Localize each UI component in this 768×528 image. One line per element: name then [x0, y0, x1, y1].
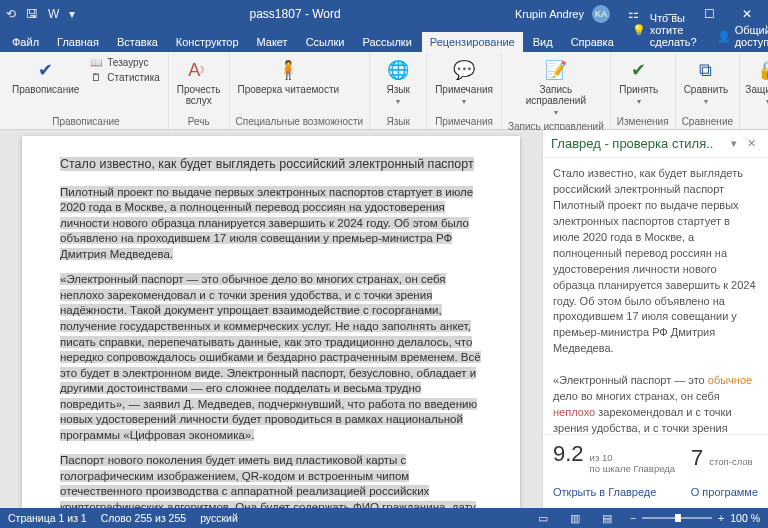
track-changes-icon: 📝 [542, 58, 570, 82]
thesaurus-icon: 📖 [89, 57, 103, 68]
group-language: 🌐 Язык Язык [370, 54, 427, 129]
accept-label: Принять [619, 84, 658, 95]
share-label: Общий доступ [735, 24, 768, 48]
page[interactable]: Стало известно, как будет выглядеть росс… [22, 136, 520, 508]
group-language-label: Язык [376, 114, 420, 129]
window-title: pass1807 - Word [83, 7, 507, 21]
status-page[interactable]: Страница 1 из 1 [8, 512, 87, 524]
accessibility-button[interactable]: 🧍 Проверка читаемости [236, 56, 342, 97]
comments-button[interactable]: 💬 Примечания [433, 56, 495, 108]
thesaurus-label: Тезаурус [107, 57, 148, 68]
spellcheck-button[interactable]: ✔ Правописание [10, 56, 81, 97]
stopwords-label: стоп-слов [709, 457, 752, 467]
stats-label: Статистика [107, 72, 160, 83]
ribbon: ✔ Правописание 📖Тезаурус 🗒Статистика Пра… [0, 52, 768, 130]
autosave-icon[interactable]: ⟲ [6, 7, 16, 21]
paragraph-2: «Электронный паспорт — это обычное дело … [60, 272, 482, 443]
comment-icon: 💬 [450, 58, 478, 82]
doc-title: Стало известно, как будет выглядеть росс… [60, 156, 482, 173]
group-compare-label: Сравнение [682, 114, 733, 129]
save-icon[interactable]: 🖫 [26, 7, 38, 21]
glavred-pane: Главред - проверка стиля.. ▾ ✕ Стало изв… [542, 130, 768, 508]
zoom-slider[interactable] [642, 517, 712, 519]
group-comments: 💬 Примечания Примечания [427, 54, 502, 129]
avatar[interactable]: KA [592, 5, 610, 23]
paragraph-1: Пилотный проект по выдаче первых электро… [60, 185, 482, 263]
tell-me-label: Что вы хотите сделать? [650, 12, 697, 48]
group-accessibility-label: Специальные возможности [236, 114, 364, 129]
close-button[interactable]: ✕ [732, 7, 762, 21]
pane-title: Главред - проверка стиля.. [551, 136, 725, 151]
group-speech: A》 Прочесть вслух Речь [169, 54, 230, 129]
lightbulb-icon: 💡 [632, 24, 646, 37]
status-language[interactable]: русский [200, 512, 238, 524]
compare-button[interactable]: ⧉ Сравнить [682, 56, 731, 108]
view-print-icon[interactable]: ▥ [566, 512, 584, 524]
share-button[interactable]: 👤Общий доступ [709, 20, 768, 52]
tab-mailings[interactable]: Рассылки [354, 32, 419, 52]
open-in-glavred-link[interactable]: Открыть в Главреде [553, 486, 656, 498]
ribbon-tabs: Файл Главная Вставка Конструктор Макет С… [0, 28, 768, 52]
tab-insert[interactable]: Вставка [109, 32, 166, 52]
group-accessibility: 🧍 Проверка читаемости Специальные возмож… [230, 54, 371, 129]
protect-label: Защитить [745, 84, 768, 95]
tab-references[interactable]: Ссылки [298, 32, 353, 52]
about-link[interactable]: О программе [691, 486, 758, 498]
group-proofing-label: Правописание [10, 114, 162, 129]
compare-label: Сравнить [684, 84, 729, 95]
accept-button[interactable]: ✔ Принять [617, 56, 661, 108]
paragraph-3: Паспорт нового поколения будет иметь вид… [60, 453, 482, 508]
track-changes-button[interactable]: 📝 Запись исправлений [508, 56, 604, 119]
zoom-control[interactable]: − + 100 % [630, 512, 760, 524]
pane-close-button[interactable]: ✕ [743, 137, 760, 150]
pane-body[interactable]: Стало известно, как будет выглядеть росс… [543, 158, 768, 434]
pane-text-2b: дело во многих странах, он себя [553, 390, 720, 402]
pane-dropdown-icon[interactable]: ▾ [725, 137, 743, 150]
group-proofing: ✔ Правописание 📖Тезаурус 🗒Статистика Пра… [4, 54, 169, 129]
zoom-out-button[interactable]: − [630, 512, 636, 524]
qat-more-icon[interactable]: ▾ [69, 7, 75, 21]
group-comments-label: Примечания [433, 114, 495, 129]
user-name[interactable]: Krupin Andrey [515, 8, 584, 20]
tab-review[interactable]: Рецензирование [422, 32, 523, 52]
protect-button[interactable]: 🔒 Защитить [746, 56, 768, 108]
spellcheck-label: Правописание [12, 84, 79, 95]
tab-home[interactable]: Главная [49, 32, 107, 52]
view-web-icon[interactable]: ▤ [598, 512, 616, 524]
tab-help[interactable]: Справка [563, 32, 622, 52]
pane-highlight-1[interactable]: обычное [708, 374, 752, 386]
score-max: из 10 [590, 452, 613, 463]
status-bar: Страница 1 из 1 Слово 255 из 255 русский… [0, 508, 768, 528]
tab-view[interactable]: Вид [525, 32, 561, 52]
spellcheck-icon: ✔ [32, 58, 60, 82]
read-aloud-label: Прочесть вслух [177, 84, 221, 106]
document-area[interactable]: Стало известно, как будет выглядеть росс… [0, 130, 542, 508]
pane-highlight-2[interactable]: неплохо [553, 406, 595, 418]
language-label: Язык [386, 84, 409, 95]
tell-me[interactable]: 💡Что вы хотите сделать? [624, 8, 705, 52]
view-read-icon[interactable]: ▭ [534, 512, 552, 524]
group-changes: ✔ Принять Изменения [611, 54, 676, 129]
thesaurus-button[interactable]: 📖Тезаурус [87, 56, 162, 69]
score-value: 9.2 [553, 441, 584, 467]
group-changes-label: Изменения [617, 114, 669, 129]
word-count-button[interactable]: 🗒Статистика [87, 71, 162, 84]
tab-layout[interactable]: Макет [249, 32, 296, 52]
zoom-value[interactable]: 100 % [730, 512, 760, 524]
group-speech-label: Речь [175, 114, 223, 129]
zoom-in-button[interactable]: + [718, 512, 724, 524]
group-tracking: 📝 Запись исправлений Запись исправлений [502, 54, 611, 129]
pane-text-2a: «Электронный паспорт — это [553, 374, 708, 386]
workspace: Стало известно, как будет выглядеть росс… [0, 130, 768, 508]
score-scale: по шкале Главреда [590, 463, 675, 474]
compare-icon: ⧉ [692, 58, 720, 82]
accessibility-label: Проверка читаемости [238, 84, 340, 95]
language-button[interactable]: 🌐 Язык [376, 56, 420, 108]
lock-icon: 🔒 [754, 58, 768, 82]
tab-design[interactable]: Конструктор [168, 32, 247, 52]
read-aloud-button[interactable]: A》 Прочесть вслух [175, 56, 223, 108]
read-aloud-icon: A》 [185, 58, 213, 82]
tab-file[interactable]: Файл [4, 32, 47, 52]
status-words[interactable]: Слово 255 из 255 [101, 512, 186, 524]
accept-icon: ✔ [625, 58, 653, 82]
